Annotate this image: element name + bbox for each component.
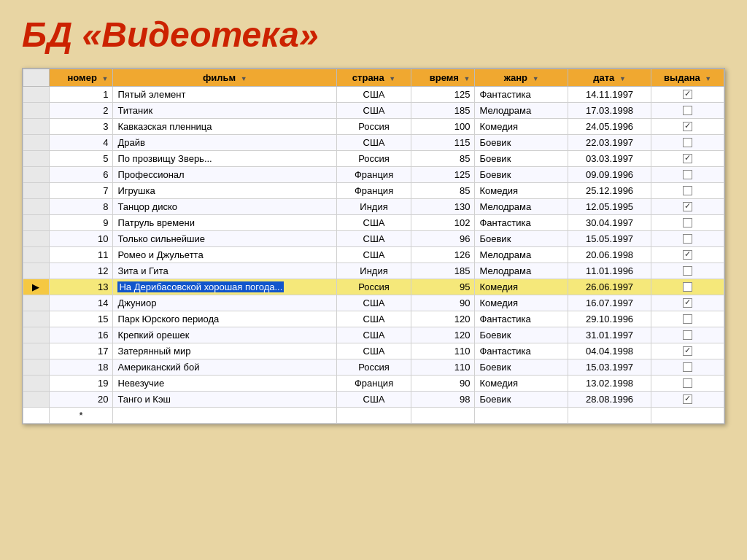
database-table: номер ▼ фильм ▼ страна ▼ время ▼ жанр ▼ … bbox=[22, 68, 725, 424]
new-row-indicator: * bbox=[23, 408, 724, 424]
row-genre: Комедия bbox=[475, 376, 568, 392]
header-issued[interactable]: выдана ▼ bbox=[651, 69, 724, 87]
row-country: Россия bbox=[337, 151, 411, 167]
row-genre: Фантастика bbox=[475, 343, 568, 359]
row-genre: Комедия bbox=[475, 183, 568, 199]
row-issued[interactable] bbox=[651, 343, 724, 359]
row-date: 15.03.1997 bbox=[568, 359, 651, 376]
row-issued[interactable] bbox=[651, 311, 724, 327]
row-indicator bbox=[23, 167, 50, 183]
row-film: Невезучие bbox=[113, 376, 337, 392]
row-issued[interactable] bbox=[651, 183, 724, 199]
row-issued[interactable] bbox=[651, 87, 724, 103]
table-row: 1Пятый элементСША125Фантастика14.11.1997 bbox=[23, 87, 724, 103]
row-id: 15 bbox=[49, 311, 113, 327]
row-indicator: ▶ bbox=[23, 279, 50, 295]
header-time[interactable]: время ▼ bbox=[411, 69, 475, 87]
row-id: 13 bbox=[49, 279, 113, 295]
row-time: 130 bbox=[411, 199, 475, 215]
row-date: 26.06.1997 bbox=[568, 279, 651, 295]
header-film[interactable]: фильм ▼ bbox=[113, 69, 337, 87]
row-issued[interactable] bbox=[651, 295, 724, 311]
row-issued[interactable] bbox=[651, 327, 724, 343]
row-country: США bbox=[337, 87, 411, 103]
row-date: 31.01.1997 bbox=[568, 327, 651, 343]
row-indicator bbox=[23, 343, 50, 359]
row-time: 110 bbox=[411, 343, 475, 359]
row-issued[interactable] bbox=[651, 119, 724, 135]
header-country[interactable]: страна ▼ bbox=[337, 69, 411, 87]
table-header: номер ▼ фильм ▼ страна ▼ время ▼ жанр ▼ … bbox=[23, 69, 724, 87]
row-id: 11 bbox=[49, 247, 113, 263]
row-country: США bbox=[337, 103, 411, 119]
row-country: Россия bbox=[337, 359, 411, 376]
row-country: США bbox=[337, 295, 411, 311]
row-indicator bbox=[23, 376, 50, 392]
row-time: 96 bbox=[411, 231, 475, 247]
row-issued[interactable] bbox=[651, 167, 724, 183]
row-id: 3 bbox=[49, 119, 113, 135]
row-date: 17.03.1998 bbox=[568, 103, 651, 119]
row-time: 98 bbox=[411, 392, 475, 408]
row-indicator bbox=[23, 247, 50, 263]
row-indicator bbox=[23, 231, 50, 247]
header-num[interactable]: номер ▼ bbox=[49, 69, 113, 87]
row-country: Франция bbox=[337, 183, 411, 199]
row-genre: Фантастика bbox=[475, 87, 568, 103]
row-country: США bbox=[337, 327, 411, 343]
page-title: БД «Видеотека» bbox=[22, 15, 725, 55]
row-issued[interactable] bbox=[651, 215, 724, 231]
row-issued[interactable] bbox=[651, 135, 724, 151]
row-issued[interactable] bbox=[651, 151, 724, 167]
row-indicator bbox=[23, 359, 50, 376]
row-genre: Боевик bbox=[475, 392, 568, 408]
row-film: Кавказская пленница bbox=[113, 119, 337, 135]
row-date: 03.03.1997 bbox=[568, 151, 651, 167]
row-id: 5 bbox=[49, 151, 113, 167]
row-date: 15.05.1997 bbox=[568, 231, 651, 247]
row-time: 185 bbox=[411, 263, 475, 279]
row-indicator bbox=[23, 87, 50, 103]
row-film: По прозвищу Зверь... bbox=[113, 151, 337, 167]
row-film: Только сильнейшие bbox=[113, 231, 337, 247]
row-indicator bbox=[23, 311, 50, 327]
header-genre[interactable]: жанр ▼ bbox=[475, 69, 568, 87]
row-issued[interactable] bbox=[651, 376, 724, 392]
table-row: 14ДжуниорСША90Комедия16.07.1997 bbox=[23, 295, 724, 311]
row-country: Индия bbox=[337, 263, 411, 279]
row-country: Россия bbox=[337, 119, 411, 135]
row-film: На Дерибасовской хорошая погода... bbox=[113, 279, 337, 295]
row-genre: Боевик bbox=[475, 167, 568, 183]
row-issued[interactable] bbox=[651, 199, 724, 215]
row-issued[interactable] bbox=[651, 247, 724, 263]
row-country: США bbox=[337, 311, 411, 327]
row-indicator bbox=[23, 119, 50, 135]
row-time: 126 bbox=[411, 247, 475, 263]
table-row: 12Зита и ГитаИндия185Мелодрама11.01.1996 bbox=[23, 263, 724, 279]
table-row: 6ПрофессионалФранция125Боевик09.09.1996 bbox=[23, 167, 724, 183]
row-country: Франция bbox=[337, 167, 411, 183]
row-issued[interactable] bbox=[651, 103, 724, 119]
row-date: 09.09.1996 bbox=[568, 167, 651, 183]
row-genre: Мелодрама bbox=[475, 263, 568, 279]
table-row: 5По прозвищу Зверь...Россия85Боевик03.03… bbox=[23, 151, 724, 167]
row-genre: Боевик bbox=[475, 151, 568, 167]
table-row: 16Крепкий орешекСША120Боевик31.01.1997 bbox=[23, 327, 724, 343]
row-time: 110 bbox=[411, 359, 475, 376]
row-issued[interactable] bbox=[651, 263, 724, 279]
row-id: 20 bbox=[49, 392, 113, 408]
row-country: США bbox=[337, 392, 411, 408]
row-id: 1 bbox=[49, 87, 113, 103]
row-issued[interactable] bbox=[651, 279, 724, 295]
row-issued[interactable] bbox=[651, 392, 724, 408]
row-issued[interactable] bbox=[651, 231, 724, 247]
header-date[interactable]: дата ▼ bbox=[568, 69, 651, 87]
row-time: 120 bbox=[411, 311, 475, 327]
row-film: Крепкий орешек bbox=[113, 327, 337, 343]
row-country: США bbox=[337, 343, 411, 359]
row-time: 90 bbox=[411, 295, 475, 311]
row-genre: Боевик bbox=[475, 231, 568, 247]
row-issued[interactable] bbox=[651, 359, 724, 376]
row-indicator bbox=[23, 151, 50, 167]
row-indicator bbox=[23, 263, 50, 279]
